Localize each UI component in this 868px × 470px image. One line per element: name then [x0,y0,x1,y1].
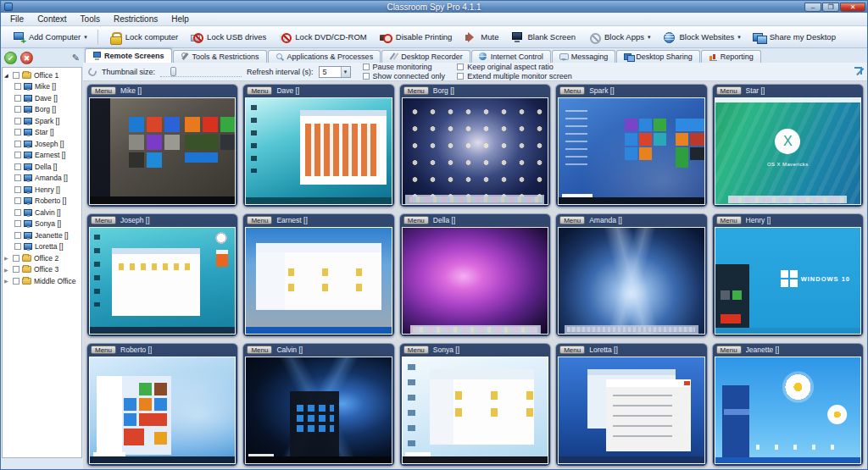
toolbar-button[interactable]: Share my Desktop [747,30,842,45]
maximize-button[interactable]: ❐ [822,3,839,12]
thumbnail-menu-button[interactable]: Menu [559,346,585,354]
tab[interactable]: Tools & Restrictions [173,50,267,63]
computer-thumbnail[interactable]: Menu Dave [] [242,84,394,207]
tree-computer-item[interactable]: Star [] [3,127,81,139]
menu-item[interactable]: Help [165,14,195,25]
computer-checkbox[interactable] [14,118,21,124]
tree-computer-item[interactable]: Della [] [3,161,81,173]
tree-computer-item[interactable]: Borg [] [3,104,81,116]
remote-screen-preview[interactable] [245,227,392,335]
option-checkbox-item[interactable]: Show connected only [363,72,446,81]
refresh-interval-select[interactable]: 5 ▼ [319,66,351,78]
remote-screen-preview[interactable] [558,357,704,464]
option-checkbox-item[interactable]: Extend multiple monitor screen [457,72,572,81]
tree-computer-item[interactable]: Henry [] [3,184,81,196]
group-checkbox[interactable] [13,72,19,79]
computer-checkbox[interactable] [14,220,21,227]
expander-icon[interactable] [4,255,10,261]
thumbnail-menu-button[interactable]: Menu [247,86,272,95]
thumbnail-size-slider[interactable] [160,67,242,77]
computer-checkbox[interactable] [14,95,21,102]
expander-icon[interactable] [4,278,10,284]
disconnect-computers-button[interactable]: ✖ [20,52,33,64]
tree-group-row[interactable]: Office 3 [3,264,81,276]
group-checkbox[interactable] [13,266,19,273]
remote-screen-preview[interactable] [715,227,861,335]
computer-thumbnail[interactable]: Menu Della [] [399,213,551,337]
option-checkbox-item[interactable]: Pause monitoring [363,63,446,72]
computer-thumbnail[interactable]: Menu Loretta [] [555,343,707,467]
tab[interactable]: Desktop Recorder [381,50,470,63]
computer-checkbox[interactable] [14,141,21,147]
computer-thumbnail[interactable]: Menu Amanda [] [555,213,707,337]
remote-screen-preview[interactable] [89,227,236,335]
toolbar-button[interactable]: Disable Printing [373,30,459,45]
computer-checkbox[interactable] [14,152,21,158]
menu-item[interactable]: Tools [75,14,106,25]
tree-computer-item[interactable]: Jeanette [] [3,229,81,241]
minimize-button[interactable]: – [804,3,821,12]
connect-computers-button[interactable]: ✔ [4,52,17,64]
thumbnail-menu-button[interactable]: Menu [403,86,429,95]
tab[interactable]: Reporting [701,50,761,63]
tab[interactable]: Desktop Sharing [616,50,700,63]
close-button[interactable]: ✕ [840,3,865,12]
computer-checkbox[interactable] [14,129,21,135]
thumbnail-menu-button[interactable]: Menu [403,346,429,354]
tab[interactable]: Internet Control [471,50,551,63]
computer-thumbnail[interactable]: Menu Calvin [] [242,343,394,467]
tree-computer-item[interactable]: Roberto [] [3,196,81,207]
computer-checkbox[interactable] [14,186,21,193]
computer-thumbnail[interactable]: Menu Roberto [] [86,343,238,467]
computer-thumbnail[interactable]: Menu Earnest [] [242,213,394,337]
remote-screen-preview[interactable] [402,227,548,335]
checkbox[interactable] [363,64,370,70]
tree-computer-item[interactable]: Joseph [] [3,138,81,150]
toolbar-button[interactable]: Blank Screen [504,30,581,45]
thumbnail-menu-button[interactable]: Menu [403,216,429,224]
tab[interactable]: Remote Screens [85,48,172,63]
toolbar-button[interactable]: Block Websites ▾ [656,30,746,45]
computer-checkbox[interactable] [14,209,21,216]
computer-checkbox[interactable] [14,232,21,239]
computer-thumbnail[interactable]: Menu Jeanette [] [712,343,864,467]
thumbnail-menu-button[interactable]: Menu [716,346,742,354]
checkbox[interactable] [457,64,464,70]
tree-group-row[interactable]: Office 2 [3,252,81,264]
remote-screen-preview[interactable] [245,97,392,205]
thumbnail-menu-button[interactable]: Menu [91,86,116,95]
computer-thumbnail[interactable]: Menu Joseph [] [86,213,238,337]
toolbar-button[interactable]: Lock DVD/CD-ROM [272,30,372,45]
option-checkbox-item[interactable]: Keep original aspect ratio [457,63,572,72]
tree-computer-item[interactable]: Earnest [] [3,150,81,162]
tree-group-row[interactable]: Office 1 [3,69,81,81]
computer-thumbnail[interactable]: Menu Borg [] [399,84,551,207]
thumbnail-menu-button[interactable]: Menu [716,216,742,224]
computer-checkbox[interactable] [14,197,21,204]
remote-screen-preview[interactable] [715,357,861,464]
thumbnail-menu-button[interactable]: Menu [559,216,585,224]
tree-computer-item[interactable]: Dave [] [3,92,81,104]
computer-checkbox[interactable] [14,174,21,181]
computer-checkbox[interactable] [14,163,21,170]
tree-computer-item[interactable]: Spark [] [3,115,81,127]
computer-thumbnail[interactable]: Menu Spark [] [555,84,707,207]
computer-thumbnail[interactable]: Menu Sonya [] [399,343,551,467]
remote-screen-preview[interactable] [402,97,548,205]
remote-screen-preview[interactable] [89,97,236,205]
remote-screen-preview[interactable] [89,357,236,464]
computer-checkbox[interactable] [14,83,21,90]
computer-checkbox[interactable] [14,243,21,250]
tab[interactable]: Applications & Processes [268,50,381,63]
tree-group-row[interactable]: Middle Office [3,275,81,287]
toolbar-button[interactable]: Mute [458,30,504,45]
computer-thumbnail[interactable]: Menu Mike [] [86,84,238,207]
toolbar-button[interactable]: Lock USB drives [184,30,272,45]
tree-computer-item[interactable]: Sonya [] [3,218,81,230]
remote-screen-preview[interactable] [245,357,392,464]
toolbar-button[interactable]: Block Apps ▾ [581,30,657,45]
computer-thumbnail[interactable]: Menu Star [] [712,84,864,207]
menu-item[interactable]: File [4,14,30,25]
thumbnail-menu-button[interactable]: Menu [559,86,585,95]
remote-screen-preview[interactable] [558,97,704,205]
